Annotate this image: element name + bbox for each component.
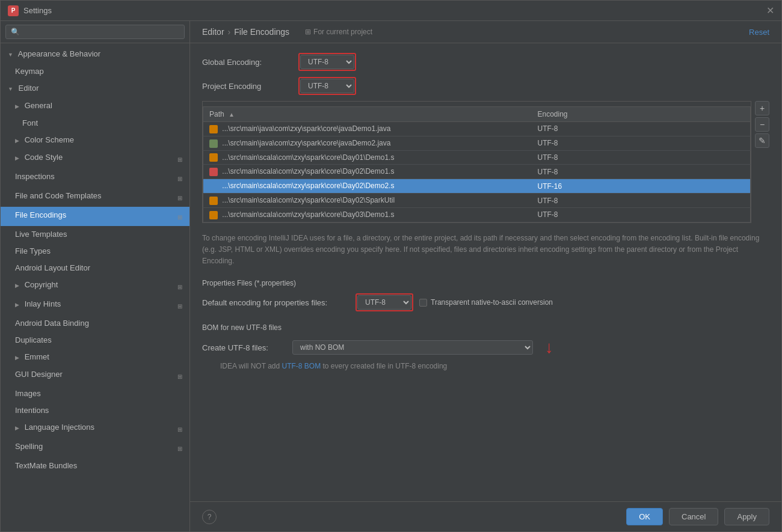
sidebar-item-spelling[interactable]: Spelling ⊞ xyxy=(1,438,189,457)
encoding-col-header: Encoding xyxy=(532,107,751,122)
path-col-header[interactable]: Path ▲ xyxy=(203,107,532,122)
project-encoding-row: Project Encoding UTF-8 xyxy=(202,77,769,95)
table-row[interactable]: ...\src\main\java\com\zxy\spark\core\jav… xyxy=(203,122,751,136)
language-injections-page-icon: ⊞ xyxy=(177,423,182,436)
sidebar-item-file-types[interactable]: File Types xyxy=(1,243,189,260)
sidebar-item-font[interactable]: Font xyxy=(1,115,189,132)
apply-button[interactable]: Apply xyxy=(724,508,769,525)
for-project-text: ⊞ For current project xyxy=(305,28,372,36)
bom-create-select[interactable]: with NO BOM with BOM xyxy=(292,340,533,355)
sidebar-item-language-injections[interactable]: Language Injections ⊞ xyxy=(1,419,189,438)
sidebar-item-android-layout[interactable]: Android Layout Editor xyxy=(1,260,189,277)
table-row[interactable]: ...\src\main\java\com\zxy\spark\core\jav… xyxy=(203,136,751,150)
sidebar-item-inlay-hints[interactable]: Inlay Hints ⊞ xyxy=(1,296,189,315)
sidebar-item-copyright[interactable]: Copyright ⊞ xyxy=(1,277,189,296)
gui-designer-page-icon: ⊞ xyxy=(177,370,182,384)
sidebar-item-gui-designer[interactable]: GUI Designer ⊞ xyxy=(1,366,189,385)
titlebar-title: Settings xyxy=(23,6,52,15)
sidebar-item-images[interactable]: Images xyxy=(1,385,189,402)
android-layout-label: Android Layout Editor xyxy=(15,263,90,272)
file-table-wrapper: Path ▲ Encoding xyxy=(202,101,769,223)
file-icon-scala7 xyxy=(209,211,218,219)
remove-row-button[interactable]: − xyxy=(755,117,769,132)
file-encodings-label: File Encodings xyxy=(15,210,66,219)
sidebar-item-textmate[interactable]: TextMate Bundles xyxy=(1,457,189,474)
breadcrumb-separator: › xyxy=(228,27,231,37)
gui-designer-label: GUI Designer xyxy=(15,370,63,379)
transparent-checkbox[interactable] xyxy=(419,299,427,307)
table-row[interactable]: ...\src\main\scala\com\zxy\spark\core\Da… xyxy=(203,165,751,179)
intentions-label: Intentions xyxy=(15,406,49,415)
help-button[interactable]: ? xyxy=(202,510,217,524)
titlebar: P Settings ✕ xyxy=(1,1,781,21)
sidebar-item-appearance[interactable]: Appearance & Behavior xyxy=(1,46,189,63)
file-path-6: ...\src\main\scala\com\zxy\spark\core\Da… xyxy=(222,196,395,204)
ok-button[interactable]: OK xyxy=(626,508,663,525)
bom-link[interactable]: UTF-8 BOM xyxy=(282,362,321,370)
properties-encoding-row: Default encoding for properties files: U… xyxy=(202,293,769,311)
main-area: Editor › File Encodings ⊞ For current pr… xyxy=(190,21,781,531)
file-encoding-7: UTF-8 xyxy=(532,207,751,222)
edit-row-button[interactable]: ✎ xyxy=(755,133,769,148)
table-row[interactable]: ...\src\main\scala\com\zxy\spark\core\Da… xyxy=(203,207,751,222)
sidebar-item-inspections[interactable]: Inspections ⊞ xyxy=(1,168,189,188)
breadcrumb-parent: Editor xyxy=(202,27,224,37)
close-button[interactable]: ✕ xyxy=(766,6,774,16)
global-encoding-row: Global Encoding: UTF-8 xyxy=(202,53,769,71)
transparent-checkbox-label[interactable]: Transparent native-to-ascii conversion xyxy=(419,298,553,307)
sidebar-item-android-data[interactable]: Android Data Binding xyxy=(1,315,189,332)
file-encoding-6: UTF-8 xyxy=(532,194,751,208)
sidebar-item-emmet[interactable]: Emmet xyxy=(1,349,189,366)
file-icon-scala5 xyxy=(209,182,218,191)
app-icon: P xyxy=(8,5,19,16)
keymap-label: Keymap xyxy=(15,67,44,76)
table-action-buttons: + − ✎ xyxy=(755,101,769,223)
images-label: Images xyxy=(15,389,41,398)
search-input[interactable] xyxy=(5,25,185,39)
spelling-label: Spelling xyxy=(15,442,43,451)
file-table: Path ▲ Encoding xyxy=(203,106,751,222)
sidebar-item-file-code-templates[interactable]: File and Code Templates ⊞ xyxy=(1,188,189,207)
table-row[interactable]: ...\src\main\scala\com\zxy\spark\core\Da… xyxy=(203,150,751,165)
inlay-hints-label: Inlay Hints xyxy=(25,299,61,308)
reset-link[interactable]: Reset xyxy=(749,28,769,37)
properties-encoding-highlight: UTF-8 xyxy=(356,293,413,311)
global-encoding-select[interactable]: UTF-8 xyxy=(300,55,354,69)
sidebar-item-editor[interactable]: Editor xyxy=(1,80,189,97)
file-templates-page-icon: ⊞ xyxy=(177,192,182,205)
cancel-button[interactable]: Cancel xyxy=(669,508,718,525)
main-content-area: Appearance & Behavior Keymap Editor Gene… xyxy=(1,21,781,531)
breadcrumb: Editor › File Encodings ⊞ For current pr… xyxy=(202,27,372,37)
inspections-page-icon: ⊞ xyxy=(177,173,182,186)
properties-encoding-label: Default encoding for properties files: xyxy=(202,298,349,307)
add-row-button[interactable]: + xyxy=(755,101,769,115)
sidebar-item-live-templates[interactable]: Live Templates xyxy=(1,226,189,243)
project-encoding-label: Project Encoding xyxy=(202,82,292,91)
live-templates-label: Live Templates xyxy=(15,230,67,239)
file-encoding-2: UTF-8 xyxy=(532,136,751,150)
sidebar-item-file-encodings[interactable]: File Encodings ⊞ xyxy=(1,207,189,226)
sidebar-item-intentions[interactable]: Intentions xyxy=(1,402,189,419)
file-types-label: File Types xyxy=(15,246,51,255)
titlebar-left: P Settings xyxy=(8,5,52,16)
file-path-4: ...\src\main\scala\com\zxy\spark\core\Da… xyxy=(222,167,394,176)
sidebar-item-duplicates[interactable]: Duplicates xyxy=(1,332,189,349)
sidebar-item-general[interactable]: General xyxy=(1,97,189,115)
sidebar-item-keymap[interactable]: Keymap xyxy=(1,63,189,80)
file-path-2: ...\src\main\java\com\zxy\spark\core\jav… xyxy=(222,139,390,147)
color-scheme-label: Color Scheme xyxy=(25,135,74,144)
table-row-selected[interactable]: ...\src\main\scala\com\zxy\spark\core\Da… xyxy=(203,179,751,194)
sidebar-item-code-style[interactable]: Code Style ⊞ xyxy=(1,149,189,168)
copyright-page-icon: ⊞ xyxy=(177,281,182,294)
sidebar-item-color-scheme[interactable]: Color Scheme xyxy=(1,132,189,149)
font-label: Font xyxy=(22,118,38,127)
file-table-container: Path ▲ Encoding xyxy=(202,101,751,223)
properties-encoding-select[interactable]: UTF-8 xyxy=(357,295,411,310)
table-row[interactable]: ...\src\main\scala\com\zxy\spark\core\Da… xyxy=(203,194,751,208)
project-encoding-select[interactable]: UTF-8 xyxy=(300,79,354,93)
textmate-label: TextMate Bundles xyxy=(15,461,77,470)
bom-info-prefix: IDEA will NOT add xyxy=(220,362,282,370)
arrow-indicator-icon: ↓ xyxy=(545,338,553,357)
settings-content: Global Encoding: UTF-8 Project Encoding … xyxy=(190,43,781,501)
file-icon-scala3 xyxy=(209,153,218,162)
